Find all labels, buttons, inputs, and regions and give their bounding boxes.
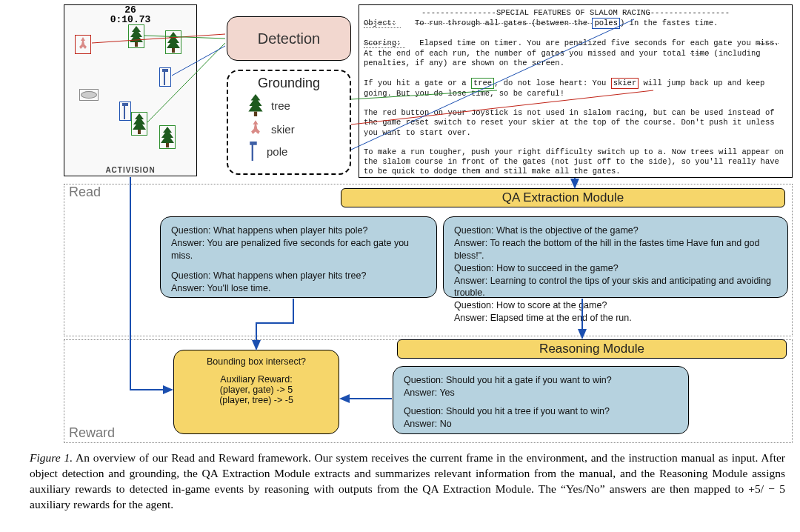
bbox-tree-4 bbox=[159, 125, 176, 149]
svg-rect-4 bbox=[254, 112, 257, 116]
figure-caption: Figure 1. An overview of our Read and Re… bbox=[30, 450, 785, 513]
manual-header: ----------------SPECIAL FEATURES OF SLAL… bbox=[364, 8, 787, 18]
grounding-item-tree: tree bbox=[247, 94, 342, 116]
word-skier: skier bbox=[611, 78, 639, 89]
tree-icon bbox=[247, 94, 264, 116]
figure-number: Figure 1. bbox=[30, 451, 73, 464]
bbox-mogul bbox=[79, 89, 99, 101]
skier-icon bbox=[247, 119, 264, 139]
grounding-label: pole bbox=[267, 145, 287, 158]
pole-icon bbox=[247, 142, 259, 161]
manual-scoring: Scoring: Elapsed time on timer. You are … bbox=[364, 39, 787, 67]
bbox-tree-2 bbox=[165, 30, 181, 54]
word-tree: tree bbox=[471, 78, 494, 89]
brand-label: ACTIVISION bbox=[64, 166, 196, 174]
aux-reward-box: Bounding box intersect? Auxiliary Reward… bbox=[173, 350, 339, 434]
qa-box-objective: Question: What is the objective of the g… bbox=[443, 216, 788, 298]
bbox-tree-3 bbox=[131, 112, 147, 136]
bbox-tree-1 bbox=[128, 24, 144, 48]
qa-module-header: QA Extraction Module bbox=[341, 188, 785, 207]
grounding-module: Grounding tree skier pole bbox=[227, 70, 351, 175]
manual-panel: ----------------SPECIAL FEATURES OF SLAL… bbox=[359, 4, 793, 178]
read-label: Read bbox=[69, 184, 101, 200]
manual-p4: To make a run tougher, push your right d… bbox=[364, 147, 787, 176]
manual-object: Object: To run through all gates (betwee… bbox=[364, 18, 787, 29]
detection-module: Detection bbox=[227, 16, 351, 61]
grounding-item-skier: skier bbox=[247, 119, 342, 139]
word-poles: poles bbox=[592, 18, 620, 29]
grounding-title: Grounding bbox=[236, 76, 342, 91]
bbox-pole-1 bbox=[119, 102, 131, 121]
diagram-root: 26 0:10.73 bbox=[64, 4, 796, 445]
qa-box-interactions: Question: What happens when player hits … bbox=[160, 216, 437, 298]
reasoning-qa-box: Question: Should you hit a gate if you w… bbox=[393, 366, 689, 434]
reward-label: Reward bbox=[69, 425, 115, 441]
grounding-label: skier bbox=[271, 123, 295, 136]
manual-p3: The red button on your Joystick is not u… bbox=[364, 108, 787, 137]
game-hud: 26 0:10.73 bbox=[64, 5, 196, 24]
grounding-item-pole: pole bbox=[247, 142, 342, 161]
reasoning-module-header: Reasoning Module bbox=[397, 339, 787, 359]
game-frame: 26 0:10.73 bbox=[64, 4, 197, 176]
manual-hit: If you hit a gate or a tree, do not lose… bbox=[364, 78, 787, 99]
grounding-label: tree bbox=[271, 99, 290, 112]
caption-body: An overview of our Read and Reward frame… bbox=[30, 451, 785, 511]
bbox-pole-2 bbox=[159, 67, 171, 87]
detection-label: Detection bbox=[258, 30, 321, 47]
hud-timer: 0:10.73 bbox=[64, 15, 196, 24]
bbox-skier bbox=[75, 35, 91, 54]
